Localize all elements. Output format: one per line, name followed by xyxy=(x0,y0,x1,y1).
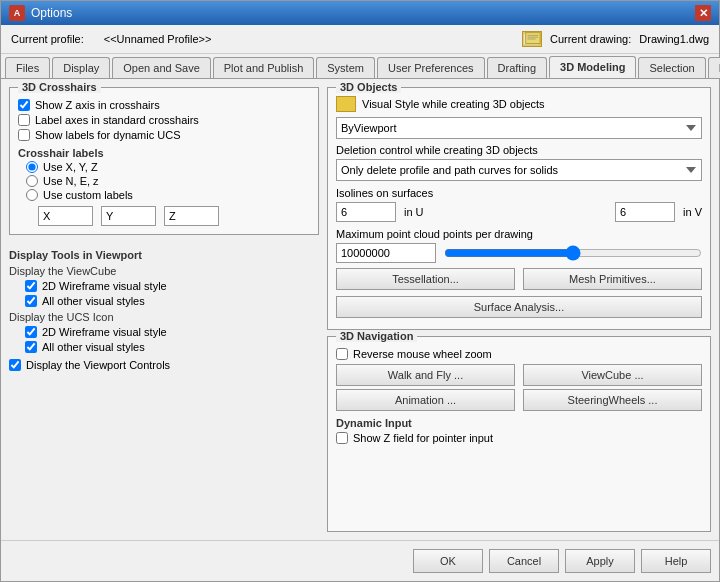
use-custom-label: Use custom labels xyxy=(43,189,133,201)
current-drawing-value: Drawing1.dwg xyxy=(639,33,709,45)
objects-group: 3D Objects Visual Style while creating 3… xyxy=(327,87,711,330)
tessellation-button[interactable]: Tessellation... xyxy=(336,268,515,290)
reverse-mouse-checkbox[interactable] xyxy=(336,348,348,360)
close-button[interactable]: ✕ xyxy=(695,5,711,21)
visual-style-header: Visual Style while creating 3D objects xyxy=(336,96,702,112)
show-labels-row: Show labels for dynamic UCS xyxy=(18,129,310,141)
use-nez-label: Use N, E, z xyxy=(43,175,99,187)
apply-button[interactable]: Apply xyxy=(565,549,635,573)
isolines-label: Isolines on surfaces xyxy=(336,187,702,199)
viewcube-2d-row: 2D Wireframe visual style xyxy=(25,280,319,292)
tab-3d-modeling[interactable]: 3D Modeling xyxy=(549,56,636,78)
tess-mesh-row: Tessellation... Mesh Primitives... xyxy=(336,268,702,290)
drawing-icon xyxy=(522,31,542,47)
viewcube-2d-label: 2D Wireframe visual style xyxy=(42,280,167,292)
label-standard-checkbox[interactable] xyxy=(18,114,30,126)
show-z-field-checkbox[interactable] xyxy=(336,432,348,444)
visual-style-dropdown[interactable]: ByViewport 2D Wireframe Conceptual Hidde… xyxy=(336,117,702,139)
walk-viewcube-row: Walk and Fly ... ViewCube ... xyxy=(336,364,702,386)
surface-analysis-button[interactable]: Surface Analysis... xyxy=(336,296,702,318)
tab-display[interactable]: Display xyxy=(52,57,110,78)
max-points-slider[interactable] xyxy=(444,245,702,261)
label-x-input[interactable] xyxy=(38,206,93,226)
show-labels-checkbox[interactable] xyxy=(18,129,30,141)
display-viewcube-section: Display the ViewCube 2D Wireframe visual… xyxy=(9,265,319,307)
window-title: Options xyxy=(31,6,72,20)
display-tools-section: Display Tools in Viewport Display the Vi… xyxy=(9,241,319,378)
crosshairs-group: 3D Crosshairs Show Z axis in crosshairs … xyxy=(9,87,319,235)
viewport-controls-label: Display the Viewport Controls xyxy=(26,359,170,371)
max-points-input[interactable] xyxy=(336,243,436,263)
visual-style-icon xyxy=(336,96,356,112)
viewcube-all-label: All other visual styles xyxy=(42,295,145,307)
bottom-bar: OK Cancel Apply Help xyxy=(1,540,719,581)
crosshairs-group-title: 3D Crosshairs xyxy=(18,81,101,93)
display-viewcube-label: Display the ViewCube xyxy=(9,265,319,277)
reverse-mouse-row: Reverse mouse wheel zoom xyxy=(336,348,702,360)
ucs-all-checkbox[interactable] xyxy=(25,341,37,353)
tab-system[interactable]: System xyxy=(316,57,375,78)
crosshair-labels-title: Crosshair labels xyxy=(18,147,310,159)
animation-button[interactable]: Animation ... xyxy=(336,389,515,411)
help-button[interactable]: Help xyxy=(641,549,711,573)
deletion-dropdown[interactable]: Only delete profile and path curves for … xyxy=(336,159,702,181)
label-y-input[interactable] xyxy=(101,206,156,226)
tab-files[interactable]: Files xyxy=(5,57,50,78)
tab-drafting[interactable]: Drafting xyxy=(487,57,548,78)
viewcube-all-row: All other visual styles xyxy=(25,295,319,307)
use-xyz-label: Use X, Y, Z xyxy=(43,161,98,173)
use-xyz-radio[interactable] xyxy=(26,161,38,173)
show-z-label: Show Z axis in crosshairs xyxy=(35,99,160,111)
navigation-group-title: 3D Navigation xyxy=(336,330,417,342)
walk-fly-button[interactable]: Walk and Fly ... xyxy=(336,364,515,386)
use-xyz-row: Use X, Y, Z xyxy=(26,161,310,173)
show-z-checkbox[interactable] xyxy=(18,99,30,111)
use-custom-radio[interactable] xyxy=(26,189,38,201)
ucs-2d-checkbox[interactable] xyxy=(25,326,37,338)
cancel-button[interactable]: Cancel xyxy=(489,549,559,573)
isolines-v-input[interactable] xyxy=(615,202,675,222)
tab-open-save[interactable]: Open and Save xyxy=(112,57,210,78)
tab-selection[interactable]: Selection xyxy=(638,57,705,78)
current-profile-label: Current profile: xyxy=(11,33,84,45)
svg-rect-1 xyxy=(526,33,540,44)
tab-plot-publish[interactable]: Plot and Publish xyxy=(213,57,315,78)
deletion-label: Deletion control while creating 3D objec… xyxy=(336,144,702,156)
show-z-row: Show Z axis in crosshairs xyxy=(18,99,310,111)
ucs-2d-label: 2D Wireframe visual style xyxy=(42,326,167,338)
ucs-2d-row: 2D Wireframe visual style xyxy=(25,326,319,338)
viewcube-all-checkbox[interactable] xyxy=(25,295,37,307)
tab-profiles[interactable]: Profiles xyxy=(708,57,720,78)
tabs-bar: Files Display Open and Save Plot and Pub… xyxy=(1,54,719,79)
tab-user-preferences[interactable]: User Preferences xyxy=(377,57,485,78)
viewcube-2d-checkbox[interactable] xyxy=(25,280,37,292)
use-nez-radio[interactable] xyxy=(26,175,38,187)
animation-steering-row: Animation ... SteeringWheels ... xyxy=(336,389,702,411)
viewport-controls-row: Display the Viewport Controls xyxy=(9,359,319,371)
current-profile-value: <<Unnamed Profile>> xyxy=(104,33,212,45)
right-panel: 3D Objects Visual Style while creating 3… xyxy=(327,87,711,532)
dynamic-input-title: Dynamic Input xyxy=(336,417,702,429)
isolines-v-label: in V xyxy=(683,206,702,218)
max-points-label: Maximum point cloud points per drawing xyxy=(336,228,702,240)
app-icon: A xyxy=(9,5,25,21)
show-z-field-row: Show Z field for pointer input xyxy=(336,432,702,444)
viewcube-button[interactable]: ViewCube ... xyxy=(523,364,702,386)
steering-button[interactable]: SteeringWheels ... xyxy=(523,389,702,411)
label-z-input[interactable] xyxy=(164,206,219,226)
viewport-controls-checkbox[interactable] xyxy=(9,359,21,371)
ok-button[interactable]: OK xyxy=(413,549,483,573)
display-ucs-section: Display the UCS Icon 2D Wireframe visual… xyxy=(9,311,319,353)
objects-group-title: 3D Objects xyxy=(336,81,401,93)
isolines-row: in U in V xyxy=(336,202,702,222)
content-area: 3D Crosshairs Show Z axis in crosshairs … xyxy=(1,79,719,540)
options-window: A Options ✕ Current profile: <<Unnamed P… xyxy=(0,0,720,582)
ucs-all-row: All other visual styles xyxy=(25,341,319,353)
mesh-primitives-button[interactable]: Mesh Primitives... xyxy=(523,268,702,290)
title-bar: A Options ✕ xyxy=(1,1,719,25)
visual-style-label: Visual Style while creating 3D objects xyxy=(362,98,545,110)
display-ucs-label: Display the UCS Icon xyxy=(9,311,319,323)
use-custom-row: Use custom labels xyxy=(26,189,310,201)
isolines-u-input[interactable] xyxy=(336,202,396,222)
label-standard-row: Label axes in standard crosshairs xyxy=(18,114,310,126)
